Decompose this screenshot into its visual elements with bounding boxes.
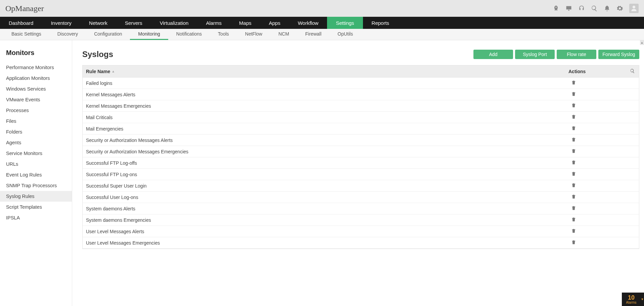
sidebar-item-performance-monitors[interactable]: Performance Monitors bbox=[0, 62, 72, 73]
sidebar-item-event-log-rules[interactable]: Event Log Rules bbox=[0, 169, 72, 180]
trash-icon[interactable] bbox=[571, 103, 576, 109]
page-title: Syslogs bbox=[82, 50, 113, 59]
top-icons bbox=[553, 4, 639, 13]
bell-icon[interactable] bbox=[604, 5, 610, 12]
rule-name-cell: Mail Criticals bbox=[83, 115, 568, 120]
table-row[interactable]: System daemons Alerts bbox=[83, 203, 639, 214]
trash-icon[interactable] bbox=[571, 148, 576, 155]
subnav-monitoring[interactable]: Monitoring bbox=[130, 29, 168, 40]
add-button[interactable]: Add bbox=[473, 50, 513, 59]
rule-name-cell: Successful FTP Log-offs bbox=[83, 160, 568, 166]
search-icon[interactable] bbox=[591, 5, 598, 12]
nav-workflow[interactable]: Workflow bbox=[289, 17, 327, 29]
subnav-discovery[interactable]: Discovery bbox=[49, 29, 86, 40]
table-row[interactable]: Successful FTP Log-offs bbox=[83, 157, 639, 169]
nav-inventory[interactable]: Inventory bbox=[42, 17, 80, 29]
gear-icon[interactable] bbox=[616, 5, 623, 12]
rocket-icon[interactable] bbox=[553, 5, 559, 12]
sidebar-item-service-monitors[interactable]: Service Monitors bbox=[0, 148, 72, 159]
rule-name-cell: Successful Super User Login bbox=[83, 183, 568, 189]
table-row[interactable]: Mail Emergencies bbox=[83, 123, 639, 135]
trash-icon[interactable] bbox=[571, 205, 576, 212]
nav-virtualization[interactable]: Virtualization bbox=[151, 17, 197, 29]
actions-cell bbox=[568, 183, 639, 189]
actions-cell bbox=[568, 80, 639, 86]
trash-icon[interactable] bbox=[571, 217, 576, 223]
subnav-firewall[interactable]: Firewall bbox=[297, 29, 329, 40]
alarm-expand-icon[interactable]: ▼ bbox=[641, 293, 644, 306]
table-row[interactable]: Successful User Log-ons bbox=[83, 192, 639, 203]
sidebar-item-ipsla[interactable]: IPSLA bbox=[0, 212, 72, 223]
subnav-ncm[interactable]: NCM bbox=[270, 29, 297, 40]
trash-icon[interactable] bbox=[571, 194, 576, 200]
alarm-widget[interactable]: 10 Alarms bbox=[622, 293, 641, 306]
table-row[interactable]: System daemons Emergencies bbox=[83, 214, 639, 226]
table-row[interactable]: Security or Authorization Messages Emerg… bbox=[83, 146, 639, 157]
nav-dashboard[interactable]: Dashboard bbox=[0, 17, 42, 29]
trash-icon[interactable] bbox=[571, 114, 576, 120]
user-avatar[interactable] bbox=[629, 4, 639, 13]
main-nav: DashboardInventoryNetworkServersVirtuali… bbox=[0, 17, 644, 29]
table-row[interactable]: Mail Criticals bbox=[83, 112, 639, 123]
table-search-icon[interactable] bbox=[626, 68, 639, 74]
flow-rate-button[interactable]: Flow rate bbox=[557, 50, 596, 59]
nav-alarms[interactable]: Alarms bbox=[197, 17, 230, 29]
subnav-oputils[interactable]: OpUtils bbox=[329, 29, 361, 40]
subnav-netflow[interactable]: NetFlow bbox=[237, 29, 270, 40]
scroll-up-icon[interactable]: ▲ bbox=[640, 40, 644, 45]
col-rule-name[interactable]: Rule Name ▲ bbox=[83, 69, 568, 74]
forward-syslog-button[interactable]: Forward Syslog bbox=[598, 50, 639, 59]
nav-apps[interactable]: Apps bbox=[260, 17, 289, 29]
rule-name-cell: Security or Authorization Messages Emerg… bbox=[83, 149, 568, 154]
sidebar-item-snmp-trap-processors[interactable]: SNMP Trap Processors bbox=[0, 180, 72, 191]
presentation-icon[interactable] bbox=[565, 5, 572, 12]
sidebar-item-application-monitors[interactable]: Application Monitors bbox=[0, 73, 72, 84]
trash-icon[interactable] bbox=[571, 91, 576, 98]
sidebar-item-windows-services[interactable]: Windows Services bbox=[0, 84, 72, 94]
subnav-notifications[interactable]: Notifications bbox=[168, 29, 210, 40]
sub-nav: Basic SettingsDiscoveryConfigurationMoni… bbox=[0, 29, 644, 40]
sidebar-item-folders[interactable]: Folders bbox=[0, 126, 72, 137]
trash-icon[interactable] bbox=[571, 160, 576, 166]
trash-icon[interactable] bbox=[571, 80, 576, 86]
sidebar-item-vmware-events[interactable]: VMware Events bbox=[0, 94, 72, 105]
sidebar-item-syslog-rules[interactable]: Syslog Rules bbox=[0, 191, 72, 202]
sidebar-item-processes[interactable]: Processes bbox=[0, 105, 72, 116]
table-row[interactable]: User Level Messages Alerts bbox=[83, 226, 639, 237]
subnav-configuration[interactable]: Configuration bbox=[86, 29, 130, 40]
col-actions-label: Actions bbox=[568, 69, 586, 74]
trash-icon[interactable] bbox=[571, 183, 576, 189]
table-row[interactable]: Security or Authorization Messages Alert… bbox=[83, 135, 639, 146]
trash-icon[interactable] bbox=[571, 125, 576, 132]
nav-maps[interactable]: Maps bbox=[230, 17, 260, 29]
sidebar-item-files[interactable]: Files bbox=[0, 116, 72, 126]
sidebar-heading: Monitors bbox=[0, 47, 72, 62]
nav-reports[interactable]: Reports bbox=[363, 17, 398, 29]
sidebar-item-urls[interactable]: URLs bbox=[0, 159, 72, 169]
col-rule-name-label: Rule Name bbox=[86, 69, 110, 74]
table-row[interactable]: Failed logins bbox=[83, 78, 639, 89]
headset-icon[interactable] bbox=[578, 5, 585, 12]
nav-settings[interactable]: Settings bbox=[327, 17, 363, 29]
table-row[interactable]: Kernel Messages Alerts bbox=[83, 89, 639, 100]
table-row[interactable]: Kernel Messages Emergencies bbox=[83, 100, 639, 112]
nav-servers[interactable]: Servers bbox=[116, 17, 151, 29]
nav-network[interactable]: Network bbox=[80, 17, 116, 29]
top-bar: OpManager bbox=[0, 0, 644, 17]
subnav-tools[interactable]: Tools bbox=[210, 29, 237, 40]
subnav-basic-settings[interactable]: Basic Settings bbox=[3, 29, 49, 40]
content-area: Syslogs Add Syslog Port Flow rate Forwar… bbox=[72, 40, 644, 306]
trash-icon[interactable] bbox=[571, 240, 576, 246]
table-row[interactable]: User Level Messages Emergencies bbox=[83, 237, 639, 249]
rule-name-cell: Kernel Messages Emergencies bbox=[83, 103, 568, 109]
trash-icon[interactable] bbox=[571, 171, 576, 177]
sidebar-item-script-templates[interactable]: Script Templates bbox=[0, 202, 72, 212]
trash-icon[interactable] bbox=[571, 137, 576, 143]
actions-cell bbox=[568, 160, 639, 166]
trash-icon[interactable] bbox=[571, 228, 576, 235]
sidebar-item-agents[interactable]: Agents bbox=[0, 137, 72, 148]
content-header: Syslogs Add Syslog Port Flow rate Forwar… bbox=[82, 50, 639, 59]
table-row[interactable]: Successful Super User Login bbox=[83, 180, 639, 192]
table-row[interactable]: Successful FTP Log-ons bbox=[83, 169, 639, 180]
syslog-port-button[interactable]: Syslog Port bbox=[515, 50, 555, 59]
